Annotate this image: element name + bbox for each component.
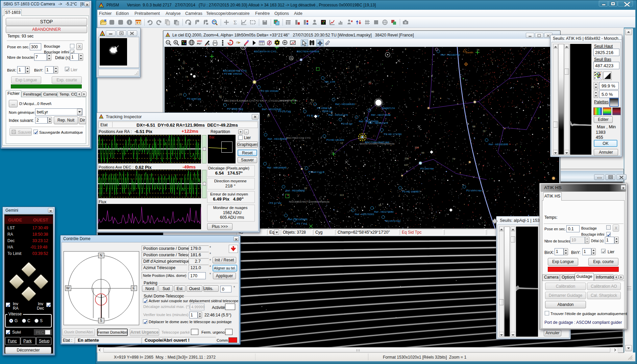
svg-text:BSC7564=CHI CYG: BSC7564=CHI CYG (286, 136, 311, 139)
svg-text:78: 78 (452, 157, 455, 160)
svg-text:74: 74 (476, 48, 479, 51)
svg-text:Ref - HD161695: Ref - HD161695 (489, 143, 508, 146)
svg-text:107: 107 (404, 163, 409, 166)
svg-text:36: 36 (267, 114, 270, 117)
svg-text:!: ! (229, 41, 230, 45)
svg-text:90: 90 (431, 90, 434, 93)
svg-text:113: 113 (340, 193, 344, 197)
svg-text:P3 HD 168967: P3 HD 168967 (402, 190, 420, 193)
svg-text:S: S (100, 318, 102, 322)
svg-text:61: 61 (219, 95, 222, 98)
svg-text:P3 25 Cyg: P3 25 Cyg (278, 110, 291, 113)
svg-text:25: 25 (531, 85, 534, 88)
svg-text:19: 19 (334, 148, 337, 151)
svg-text:Ref - HD189849: Ref - HD189849 (267, 166, 287, 169)
svg-text:P3 ups Cyg: P3 ups Cyg (187, 97, 201, 100)
svg-text:RR_LYR: RR_LYR (325, 80, 335, 83)
svg-text:P3 V974 Her: P3 V974 Her (466, 189, 482, 192)
svg-text:P3 7 Vul: P3 7 Vul (297, 222, 307, 225)
svg-text:Σ: Σ (234, 19, 237, 26)
svg-text:W: W (66, 286, 70, 290)
svg-text:72: 72 (483, 130, 485, 133)
svg-text:Pk?: Pk? (197, 43, 201, 45)
svg-text:P3 HD 181409: P3 HD 181409 (326, 138, 344, 141)
svg-text:BSC8079=XI CYG: BSC8079=XI CYG (254, 50, 276, 53)
svg-text:E: E (132, 286, 135, 290)
svg-text:77: 77 (182, 62, 185, 65)
svg-text:P3 11 Cyg: P3 11 Cyg (307, 114, 319, 117)
svg-text:Ref - HD181470: Ref - HD181470 (328, 113, 348, 116)
svg-text:Ref - HD160762: Ref - HD160762 (441, 53, 460, 56)
svg-text:Ref - HD187879: Ref - HD187879 (368, 122, 388, 125)
svg-text:P3 bet Cyg B: P3 bet Cyg B (309, 171, 324, 174)
svg-text:9: 9 (457, 102, 458, 105)
svg-text:72: 72 (179, 93, 182, 96)
svg-text:99: 99 (421, 151, 424, 154)
svg-text:14: 14 (356, 65, 358, 68)
svg-text:Ref - HD176301: Ref - HD176301 (355, 213, 374, 216)
svg-text:104: 104 (415, 146, 419, 149)
svg-text:P2 V568 Cyg: P2 V568 Cyg (227, 107, 243, 110)
svg-text:BSC7924=DENEB: BSC7924=DENEB (297, 50, 319, 53)
svg-text:33: 33 (304, 187, 307, 190)
svg-text:NGC6853=M27=DumbbellNebula: NGC6853=M27=DumbbellNebula (289, 200, 329, 203)
svg-text:17: 17 (340, 141, 343, 145)
svg-text:15: 15 (311, 99, 314, 102)
svg-text:P3 V558 Lyr: P3 V558 Lyr (317, 107, 332, 110)
svg-text:Ref - HD173648: Ref - HD173648 (371, 113, 391, 116)
svg-text:P3 oml Her: P3 oml Her (420, 167, 434, 170)
svg-text:P3 12 Vul: P3 12 Vul (270, 202, 281, 205)
svg-text:P3 HD 171780: P3 HD 171780 (384, 133, 402, 136)
svg-text:BSC8028=NU CYG: BSC8028=NU CYG (223, 69, 247, 72)
svg-text:Ref - HD173650: Ref - HD173650 (374, 210, 394, 213)
svg-text:79: 79 (181, 67, 184, 70)
svg-text:V553 Lyr: V553 Lyr (322, 110, 333, 113)
svg-text:N: N (100, 253, 102, 257)
svg-text:P2 HD 193182: P2 HD 193182 (261, 89, 279, 93)
svg-text:8: 8 (405, 48, 406, 51)
svg-text:68: 68 (472, 125, 475, 128)
svg-text:74: 74 (185, 75, 188, 78)
svg-text:Ref - HD180163: Ref - HD180163 (335, 103, 355, 106)
svg-text:UGC: UGC (197, 40, 202, 42)
svg-text:7: 7 (237, 99, 238, 102)
svg-text:i: i (129, 20, 130, 24)
svg-text:A: A (207, 43, 210, 46)
svg-text:NGC6720=M57=RingNebula: NGC6720=M57=RingNebula (360, 142, 395, 145)
svg-text:Ref - HD188892: Ref - HD188892 (286, 189, 305, 192)
svg-text:P3 V974 Her: P3 V974 Her (385, 219, 401, 223)
svg-text:108: 108 (405, 157, 409, 160)
svg-text:BSC7963=LAMBDA CYG P2 V21 P_CY: BSC7963=LAMBDA CYG P2 V21 P_CYG33=34 CYG (224, 99, 289, 102)
svg-text:P2 HD 199218: P2 HD 199218 (224, 72, 242, 75)
svg-text:30: 30 (520, 47, 523, 48)
svg-text:P3 iot Lyr: P3 iot Lyr (341, 122, 353, 125)
svg-text:Ref - HD190603: Ref - HD190603 (268, 137, 287, 140)
svg-text:13: 13 (368, 82, 371, 85)
svg-text:Ref - HD185839: Ref - HD185839 (288, 218, 308, 221)
svg-text:11: 11 (378, 204, 381, 207)
svg-text:SAO67174: SAO67174 (382, 107, 395, 110)
svg-text:Zenith: Zenith (466, 51, 473, 54)
